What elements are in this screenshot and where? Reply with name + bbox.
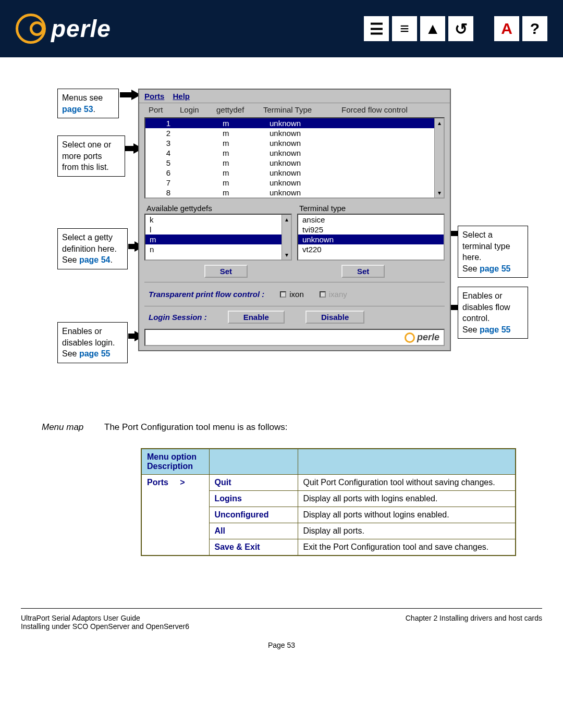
- menu-map-intro: The Port Configuration tool menu is as f…: [104, 422, 288, 433]
- link-page-55c[interactable]: page 55: [480, 325, 511, 334]
- table-row: Ports >QuitQuit Port Configuration tool …: [141, 475, 516, 491]
- undo-icon[interactable]: ↺: [448, 16, 473, 41]
- table-row[interactable]: 6munknown: [145, 168, 444, 178]
- page-header: perle ☰ ≡ ▲ ↺ A ?: [0, 0, 563, 57]
- header-toolbar: ☰ ≡ ▲ ↺ A ?: [364, 16, 547, 41]
- callout-select-ports: Select one or more ports from this list.: [57, 135, 125, 177]
- list-item[interactable]: ansice: [298, 215, 444, 225]
- scrollbar-icon[interactable]: ▴▾: [434, 118, 444, 198]
- callout-login: Enables or disables login. See page 55: [57, 322, 128, 363]
- list-item[interactable]: unknown: [298, 235, 444, 244]
- toc-icon[interactable]: ☰: [364, 16, 389, 41]
- disable-button[interactable]: Disable: [305, 311, 364, 324]
- scrollbar-icon[interactable]: ▴▾: [282, 215, 291, 260]
- login-session-row: Login Session : Enable Disable: [144, 309, 445, 326]
- ixany-checkbox[interactable]: ixany: [320, 290, 347, 299]
- menu-help[interactable]: Help: [173, 92, 190, 101]
- enable-button[interactable]: Enable: [228, 311, 285, 324]
- callout-menus: Menus see page 53.: [57, 89, 119, 118]
- menu-ports[interactable]: Ports: [144, 92, 164, 101]
- font-icon[interactable]: A: [494, 16, 519, 41]
- gettydefs-list[interactable]: klmn▴▾: [144, 214, 292, 261]
- footer-section: Installing under SCO OpenServer and Open…: [21, 622, 189, 631]
- set-term-button[interactable]: Set: [341, 265, 385, 278]
- table-row[interactable]: 7munknown: [145, 178, 444, 188]
- table-row[interactable]: 4munknown: [145, 148, 444, 158]
- port-list[interactable]: 1munknown2munknown3munknown4munknown5mun…: [144, 117, 445, 199]
- list-item[interactable]: l: [145, 225, 291, 235]
- list-item[interactable]: n: [145, 244, 291, 254]
- annotated-diagram: Menus see page 53. Select one or more po…: [21, 89, 542, 401]
- list-icon[interactable]: ≡: [392, 16, 417, 41]
- port-config-window: Ports Help Port Login gettydef Terminal …: [138, 89, 451, 351]
- list-item[interactable]: m: [145, 235, 291, 244]
- table-row[interactable]: 1munknown: [145, 118, 444, 128]
- up-icon[interactable]: ▲: [420, 16, 445, 41]
- table-row[interactable]: 8munknown: [145, 188, 444, 198]
- callout-select-getty: Select a getty definition here. See page…: [57, 228, 128, 269]
- callout-term-type: Select a terminal type here. See page 55: [458, 226, 528, 278]
- transparent-print-flow-control: Transparent print flow control : ixon ix…: [144, 282, 445, 306]
- page-number: Page 53: [0, 641, 563, 649]
- menu-map-section: Menu map The Port Configuration tool men…: [21, 422, 542, 433]
- th-menu-option: Menu option Description: [141, 449, 209, 475]
- table-row[interactable]: 2munknown: [145, 128, 444, 138]
- logo-ring-icon: [405, 332, 415, 343]
- link-page-54[interactable]: page 54: [79, 255, 111, 264]
- set-getty-button[interactable]: Set: [204, 265, 248, 278]
- page-footer: UltraPort Serial Adaptors User Guide Ins…: [21, 608, 542, 631]
- ixon-checkbox[interactable]: ixon: [280, 290, 304, 299]
- terminal-type-panel: Terminal type ansicetvi925unknownvt220: [297, 203, 445, 261]
- terminal-type-list[interactable]: ansicetvi925unknownvt220: [297, 214, 445, 261]
- brand-logo: perle: [16, 14, 111, 44]
- footer-guide-title: UltraPort Serial Adaptors User Guide: [21, 614, 189, 622]
- window-footer-logo: perle: [144, 329, 445, 346]
- logo-ring-icon: [16, 14, 46, 44]
- list-item[interactable]: vt220: [298, 244, 444, 254]
- table-row[interactable]: 3munknown: [145, 138, 444, 148]
- link-page-55b[interactable]: page 55: [480, 264, 511, 273]
- list-item[interactable]: k: [145, 215, 291, 225]
- callout-flow: Enables or disables flow control. See pa…: [458, 287, 528, 339]
- column-headers: Port Login gettydef Terminal Type Forced…: [139, 103, 450, 116]
- brand-text: perle: [51, 15, 111, 43]
- menu-map-label: Menu map: [21, 422, 104, 433]
- list-item[interactable]: tvi925: [298, 225, 444, 235]
- link-page-55[interactable]: page 55: [79, 349, 111, 358]
- link-page-53[interactable]: page 53: [62, 105, 93, 114]
- footer-chapter: Chapter 2 Installing drivers and host ca…: [406, 614, 542, 631]
- menu-map-table: Menu option Description Ports >QuitQuit …: [141, 448, 516, 556]
- menubar: Ports Help: [139, 90, 450, 103]
- help-icon[interactable]: ?: [522, 16, 547, 41]
- table-row[interactable]: 5munknown: [145, 158, 444, 168]
- gettydefs-panel: Available gettydefs klmn▴▾: [144, 203, 292, 261]
